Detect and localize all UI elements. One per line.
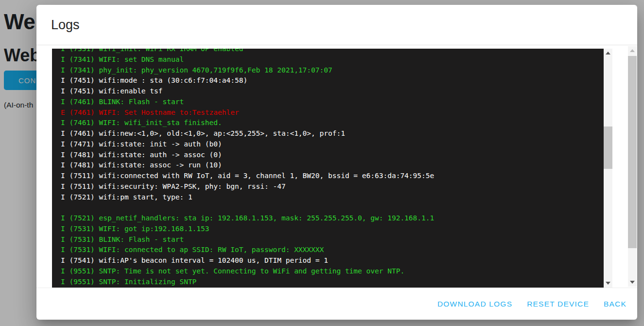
log-line: I (7511) wifi:security: WPA2-PSK, phy: b… xyxy=(61,181,600,192)
log-line: I (7461) WIFI: wifi_init_sta finished. xyxy=(61,118,600,128)
back-button[interactable]: BACK xyxy=(600,297,630,311)
log-scroll-down-button[interactable] xyxy=(604,279,612,287)
log-scrollbar[interactable] xyxy=(604,49,612,288)
log-line: E (7461) WIFI: Set Hostname to:Testzaehl… xyxy=(61,108,600,118)
log-line: I (7471) wifi:state: init -> auth (b0) xyxy=(61,139,600,150)
log-line: I (9551) SNTP: Initializing SNTP xyxy=(61,277,600,288)
log-line: I (7461) wifi:new:<1,0>, old:<1,0>, ap:<… xyxy=(61,128,600,139)
dialog-scroll-down-button[interactable] xyxy=(628,278,637,286)
log-line: I (7521) esp_netif_handlers: sta ip: 192… xyxy=(61,213,600,224)
reset-device-button[interactable]: RESET DEVICE xyxy=(523,297,593,311)
log-line: I (7481) wifi:state: assoc -> run (10) xyxy=(61,160,600,171)
modal-actions: DOWNLOAD LOGSRESET DEVICEBACK xyxy=(36,288,637,320)
log-output-content: I (7331) wifi_init: WiFi RX IRAM OP enab… xyxy=(52,49,612,287)
dialog-title: Logs xyxy=(51,18,80,33)
scroll-up-arrow-icon xyxy=(606,52,610,54)
log-line: I (7451) wifi:mode : sta (30:c6:f7:04:a4… xyxy=(61,75,600,86)
log-line: I (7531) WIFI: got ip:192.168.1.153 xyxy=(61,224,600,235)
scroll-down-arrow-icon xyxy=(630,281,635,284)
log-scrollbar-thumb[interactable] xyxy=(604,127,612,169)
log-line: I (7341) phy_init: phy_version 4670,719f… xyxy=(61,65,600,76)
scroll-up-arrow-icon xyxy=(630,49,635,52)
log-line: I (7451) wifi:enable tsf xyxy=(61,86,600,97)
log-line: I (7331) wifi_init: WiFi RX IRAM OP enab… xyxy=(61,49,600,54)
dialog-scrollbar[interactable] xyxy=(628,46,637,287)
dialog-scrollbar-thumb[interactable] xyxy=(628,56,637,248)
log-line: I (7541) wifi:AP's beacon interval = 102… xyxy=(61,255,600,266)
logs-dialog: Logs I (7331) wifi_init: WiFi RX IRAM OP… xyxy=(36,5,637,320)
dialog-scroll-up-button[interactable] xyxy=(628,47,637,54)
log-line: I (7481) wifi:state: auth -> assoc (0) xyxy=(61,150,600,161)
scroll-down-arrow-icon xyxy=(606,282,610,285)
download-logs-button[interactable]: DOWNLOAD LOGS xyxy=(434,297,516,311)
log-scroll-up-button[interactable] xyxy=(604,49,612,57)
log-output[interactable]: I (7331) wifi_init: WiFi RX IRAM OP enab… xyxy=(52,49,612,288)
dialog-header: Logs xyxy=(36,5,637,45)
log-line: I (7461) BLINK: Flash - start xyxy=(61,97,600,108)
log-line: I (7531) BLINK: Flash - start xyxy=(61,235,600,245)
dialog-body: I (7331) wifi_init: WiFi RX IRAM OP enab… xyxy=(36,46,637,288)
log-line: I (7531) WIFI: connected to ap SSID: RW … xyxy=(61,245,600,255)
log-line: I (7521) wifi:pm start, type: 1 xyxy=(61,192,600,203)
log-line: I (7511) wifi:connected with RW IoT, aid… xyxy=(61,171,600,181)
log-line xyxy=(61,202,600,213)
log-line: I (9551) SNTP: Time is not set yet. Conn… xyxy=(61,266,600,277)
log-line: I (7341) WIFI: set DNS manual xyxy=(61,54,600,65)
